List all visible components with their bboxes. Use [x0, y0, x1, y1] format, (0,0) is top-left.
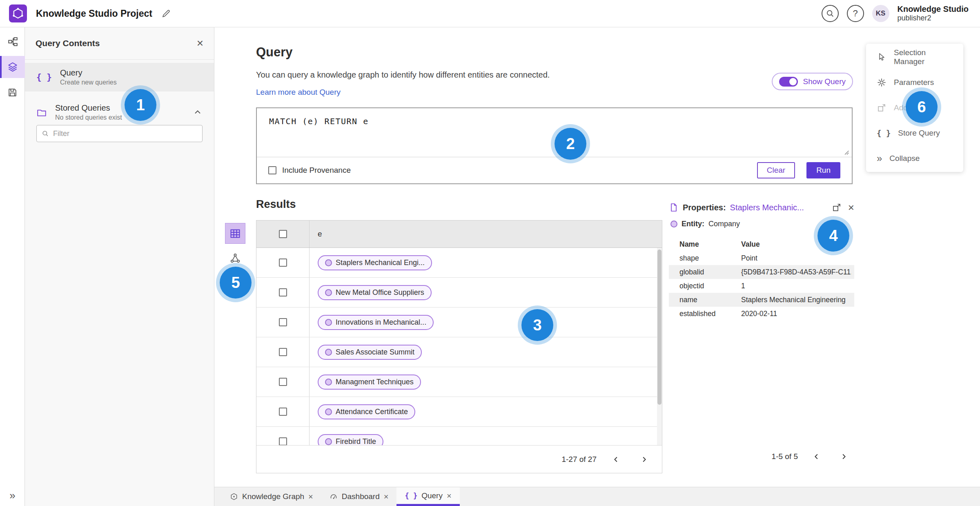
search-icon	[42, 130, 49, 137]
help-button[interactable]: ?	[847, 5, 864, 22]
entity-dot-icon	[325, 408, 332, 415]
row-checkbox[interactable]	[279, 348, 287, 356]
rail-item-save[interactable]	[0, 81, 25, 103]
menu-item-parameters[interactable]: Parameters	[866, 70, 963, 95]
table-row[interactable]: Innovations in Mechanical...	[256, 308, 662, 337]
layers-icon	[7, 62, 18, 72]
row-checkbox[interactable]	[279, 378, 287, 386]
show-query-toggle[interactable]: Show Query	[772, 73, 853, 90]
next-page-button[interactable]	[835, 448, 852, 465]
rail-item-layers[interactable]	[0, 56, 25, 78]
entity-key: Entity:	[682, 220, 704, 228]
property-row: objectid 1	[669, 279, 854, 293]
braces-icon: { }	[405, 492, 417, 500]
entity-dot-icon	[325, 438, 332, 445]
pointer-icon	[877, 52, 886, 62]
braces-icon: { }	[877, 129, 891, 138]
tab-close-icon[interactable]: ×	[384, 493, 389, 501]
annotation-badge-4: 4	[817, 220, 849, 252]
entity-pill[interactable]: Innovations in Mechanical...	[318, 315, 434, 330]
row-checkbox[interactable]	[279, 259, 287, 267]
entity-pill[interactable]: New Metal Office Suppliers	[318, 285, 432, 300]
filter-input[interactable]	[53, 129, 197, 138]
clear-button[interactable]: Clear	[757, 162, 795, 178]
annotation-badge-5: 5	[220, 267, 252, 299]
entity-pill[interactable]: Firebird Title	[318, 434, 383, 446]
menu-item-label: Selection Manager	[894, 48, 953, 66]
entity-dot-icon	[325, 319, 332, 326]
entity-pill-label: Innovations in Mechanical...	[336, 318, 426, 327]
include-provenance-label: Include Provenance	[282, 166, 351, 175]
edit-title-icon[interactable]	[161, 9, 171, 18]
row-checkbox[interactable]	[279, 437, 287, 445]
entity-pill[interactable]: Managment Techniques	[318, 374, 421, 390]
next-page-button[interactable]	[636, 451, 652, 468]
properties-entity-link[interactable]: Staplers Mechanic...	[730, 203, 804, 212]
annotation-badge-1: 1	[125, 89, 156, 121]
column-header-e: e	[310, 230, 322, 239]
entity-pill-label: Sales Associate Summit	[336, 348, 414, 357]
query-contents-panel: Query Contents × { } Query Create new qu…	[25, 27, 214, 506]
table-row[interactable]: Staplers Mechanical Engi...	[256, 248, 662, 278]
row-checkbox[interactable]	[279, 318, 287, 326]
graph-view-button[interactable]	[227, 250, 243, 266]
properties-close-icon[interactable]: ×	[848, 202, 854, 213]
prop-value: 2020-02-11	[741, 310, 851, 318]
results-scrollbar[interactable]	[657, 248, 662, 445]
rail-collapse-icon[interactable]: »	[0, 489, 25, 502]
row-checkbox[interactable]	[279, 288, 287, 296]
table-view-button[interactable]	[225, 223, 245, 244]
run-button[interactable]: Run	[806, 162, 840, 178]
table-row[interactable]: Attendance Certificate	[256, 397, 662, 427]
table-row[interactable]: Firebird Title	[256, 427, 662, 445]
tab-close-icon[interactable]: ×	[308, 493, 313, 501]
search-button[interactable]	[822, 5, 839, 22]
sidebar-item-query[interactable]: { } Query Create new queries	[25, 63, 214, 91]
menu-item-store-query[interactable]: { } Store Query	[866, 120, 963, 146]
prop-value: Staplers Mechanical Engineering	[741, 296, 851, 304]
resize-handle-icon[interactable]	[844, 150, 849, 155]
row-checkbox[interactable]	[279, 408, 287, 416]
learn-more-link[interactable]: Learn more about Query	[256, 88, 341, 97]
table-row[interactable]: Sales Associate Summit	[256, 337, 662, 367]
prev-page-button[interactable]	[808, 448, 825, 465]
property-row: name Staplers Mechanical Engineering	[669, 293, 854, 307]
panel-close-icon[interactable]: ×	[197, 38, 203, 49]
entity-pill[interactable]: Attendance Certificate	[318, 404, 415, 419]
table-row[interactable]: New Metal Office Suppliers	[256, 278, 662, 308]
rail-item-schema[interactable]	[0, 31, 25, 53]
menu-item-selection-manager[interactable]: Selection Manager	[866, 45, 963, 70]
toggle-switch[interactable]	[779, 77, 798, 87]
menu-item-collapse[interactable]: » Collapse	[866, 146, 963, 171]
user-avatar[interactable]: KS	[872, 5, 889, 22]
stored-queries-description: No stored queries exist	[55, 114, 122, 121]
table-row[interactable]: Managment Techniques	[256, 367, 662, 397]
tab-dashboard[interactable]: Dashboard ×	[321, 487, 397, 506]
query-code: MATCH (e) RETURN e	[269, 116, 369, 126]
include-provenance-checkbox[interactable]	[268, 166, 276, 174]
braces-icon: { }	[36, 72, 52, 82]
chevron-up-icon[interactable]	[193, 107, 203, 117]
app-logo-icon	[9, 4, 27, 22]
gear-icon	[877, 78, 886, 87]
results-table: e Staplers Mechanical Engi... New Metal …	[256, 220, 662, 473]
menu-item-label: Parameters	[894, 78, 934, 87]
prop-value: Point	[741, 254, 851, 263]
prev-page-button[interactable]	[608, 451, 624, 468]
add-to-selection-icon[interactable]	[832, 203, 842, 212]
query-code-area[interactable]: MATCH (e) RETURN e	[257, 108, 852, 157]
select-all-checkbox[interactable]	[279, 230, 287, 238]
tab-query[interactable]: { } Query ×	[396, 487, 459, 506]
entity-pill[interactable]: Sales Associate Summit	[318, 345, 422, 360]
stored-queries-section[interactable]: Stored Queries No stored queries exist	[25, 100, 214, 125]
panel-title: Query Contents	[36, 38, 100, 48]
prop-name: established	[679, 310, 741, 318]
query-description: You can query a knowledge graph to ident…	[256, 70, 550, 80]
prop-name: name	[679, 296, 741, 304]
entity-pill[interactable]: Staplers Mechanical Engi...	[318, 255, 432, 270]
annotation-badge-6: 6	[906, 91, 938, 123]
tab-knowledge-graph[interactable]: Knowledge Graph ×	[222, 487, 321, 506]
tab-close-icon[interactable]: ×	[447, 492, 452, 500]
entity-dot-icon	[670, 221, 677, 227]
account-name: Knowledge Studio	[898, 4, 969, 14]
